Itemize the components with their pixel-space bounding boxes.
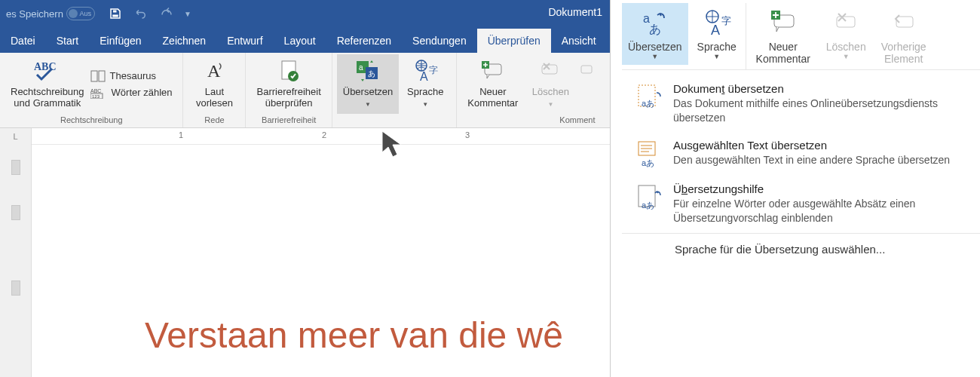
vertical-ruler[interactable] — [0, 145, 32, 377]
translate-button[interactable]: aあ Übersetzen▼ — [337, 54, 399, 114]
qat-dropdown-icon[interactable]: ▼ — [184, 10, 191, 18]
tab-start[interactable]: Start — [46, 29, 90, 53]
document-title: Dokument1 — [548, 6, 602, 18]
accessibility-icon — [277, 57, 300, 84]
menu-item-title: Ausgewählten Text übersetzen — [673, 139, 969, 152]
language-icon: A字 — [702, 6, 732, 39]
group-proofing: ABC Rechtschreibungund Grammatik Thesaur… — [0, 53, 183, 127]
prev-comment-button-partial — [577, 54, 593, 114]
quick-access-toolbar: ▼ — [101, 7, 199, 20]
group-label-comments: Komment — [457, 114, 598, 127]
svg-text:aあ: aあ — [642, 201, 654, 210]
translate-menu: aあ Dokument übersetzen Das Dokument mith… — [622, 70, 980, 265]
svg-text:aあ: aあ — [642, 158, 654, 167]
tab-ueberpruefen[interactable]: Überprüfen — [477, 29, 551, 53]
wordcount-button[interactable]: ABC123 Wörter zählen — [90, 87, 173, 99]
group-speech: A Lautvorlesen Rede — [183, 53, 246, 127]
new-comment-icon — [768, 6, 798, 39]
translate-icon: aあ — [355, 57, 381, 84]
mini-ribbon: aあ Übersetzen ▼ A字 Sprache ▼ NeuerKommen… — [622, 0, 980, 70]
tab-layout[interactable]: Layout — [274, 29, 326, 53]
menu-item-translate-selection[interactable]: aあ Ausgewählten Text übersetzen Den ausg… — [622, 133, 980, 176]
spellcheck-button[interactable]: ABC Rechtschreibungund Grammatik — [5, 54, 90, 114]
horizontal-ruler[interactable]: 1 2 3 — [32, 128, 610, 145]
svg-text:あ: あ — [368, 69, 375, 78]
wordcount-icon: ABC123 — [90, 87, 107, 99]
prev-comment-icon — [580, 57, 593, 84]
tab-zeichnen[interactable]: Zeichnen — [152, 29, 217, 53]
translate-document-icon: aあ — [635, 84, 664, 112]
menu-item-translate-document[interactable]: aあ Dokument übersetzen Das Dokument mith… — [622, 76, 980, 133]
previous-comment-button: VorherigeElement — [875, 3, 933, 69]
accessibility-button[interactable]: Barrierefreiheitüberprüfen — [250, 54, 326, 114]
translate-dropdown-panel: aあ Übersetzen ▼ A字 Sprache ▼ NeuerKommen… — [622, 0, 980, 377]
page[interactable]: Verstaan meer van die wê — [32, 145, 610, 377]
svg-rect-19 — [581, 66, 592, 73]
svg-text:あ: あ — [649, 23, 661, 35]
chevron-down-icon: ▼ — [547, 101, 553, 108]
previous-comment-icon — [890, 6, 917, 39]
toggle-switch[interactable]: Aus — [66, 7, 95, 20]
tab-datei[interactable]: Datei — [0, 29, 46, 53]
menu-item-desc: Für einzelne Wörter oder ausgewählte Abs… — [673, 197, 969, 225]
svg-rect-2 — [99, 71, 105, 81]
group-label-accessibility: Barrierefreiheit — [246, 114, 331, 127]
svg-rect-1 — [91, 71, 97, 81]
chevron-down-icon: ▼ — [651, 53, 658, 60]
redo-icon[interactable] — [160, 7, 173, 20]
menu-item-title: Übersetzungshilfe — [673, 182, 969, 195]
group-label-speech: Rede — [183, 114, 245, 127]
delete-comment-icon — [832, 6, 859, 39]
menu-item-desc: Den ausgewählten Text in eine andere Spr… — [673, 153, 969, 167]
svg-text:A: A — [207, 61, 221, 81]
chevron-down-icon: ▼ — [365, 101, 371, 108]
new-comment-icon — [480, 57, 506, 84]
translate-button[interactable]: aあ Übersetzen ▼ — [622, 3, 688, 65]
autosave-label: es Speichern — [6, 8, 63, 20]
svg-text:A: A — [711, 23, 720, 38]
tab-einfuegen[interactable]: Einfügen — [89, 29, 152, 53]
tab-entwurf[interactable]: Entwurf — [216, 29, 273, 53]
thesaurus-button[interactable]: Thesaurus — [90, 70, 173, 82]
language-button[interactable]: A字 Sprache ▼ — [691, 3, 743, 65]
tab-sendungen[interactable]: Sendungen — [402, 29, 477, 53]
autosave-toggle[interactable]: es Speichern Aus — [0, 7, 101, 20]
translation-help-icon: aあ — [635, 184, 664, 213]
tab-ansicht[interactable]: Ansicht — [551, 29, 607, 53]
new-comment-button[interactable]: NeuerKommentar — [461, 54, 524, 114]
translate-icon: aあ — [640, 6, 670, 39]
ruler: L 1 2 3 — [0, 128, 610, 145]
tab-referenzen[interactable]: Referenzen — [326, 29, 402, 53]
menu-item-translation-help[interactable]: aあ Übersetzungshilfe Für einzelne Wörter… — [622, 176, 980, 233]
translate-selection-icon: aあ — [635, 140, 664, 169]
language-button[interactable]: A字 Sprache▼ — [399, 54, 452, 114]
new-comment-button[interactable]: NeuerKommentar — [749, 3, 817, 69]
save-icon[interactable] — [109, 7, 122, 20]
delete-comment-icon — [539, 57, 562, 84]
svg-text:ABC: ABC — [34, 61, 57, 72]
svg-text:A: A — [420, 70, 428, 83]
svg-text:字: 字 — [721, 15, 731, 26]
read-aloud-button[interactable]: A Lautvorlesen — [188, 54, 240, 114]
svg-text:字: 字 — [429, 65, 438, 75]
title-bar: es Speichern Aus ▼ Dokument1 — [0, 0, 610, 27]
svg-rect-27 — [837, 17, 855, 27]
chevron-down-icon: ▼ — [843, 53, 850, 60]
thesaurus-icon — [90, 70, 106, 82]
svg-text:123: 123 — [92, 94, 100, 99]
menu-item-title: Dokument übersetzen — [673, 82, 969, 95]
document-heading: Verstaan meer van die wê — [145, 314, 563, 356]
proofing-small-buttons: Thesaurus ABC123 Wörter zählen — [90, 54, 179, 114]
document-area: Verstaan meer van die wê — [0, 145, 610, 377]
menu-item-select-language[interactable]: Sprache für die Übersetzung auswählen... — [622, 233, 980, 265]
group-language: aあ Übersetzen▼ A字 Sprache▼ S — [332, 53, 457, 127]
spellcheck-icon: ABC — [31, 57, 64, 84]
group-accessibility: Barrierefreiheitüberprüfen Barrierefreih… — [246, 53, 332, 127]
group-label-proofing: Rechtschreibung — [0, 114, 182, 127]
language-icon: A字 — [412, 57, 438, 84]
ruler-corner: L — [0, 128, 32, 145]
ribbon-tabs: Datei Start Einfügen Zeichnen Entwurf La… — [0, 27, 610, 53]
svg-text:a: a — [359, 63, 363, 72]
read-aloud-icon: A — [203, 57, 225, 84]
undo-icon[interactable] — [133, 7, 149, 20]
